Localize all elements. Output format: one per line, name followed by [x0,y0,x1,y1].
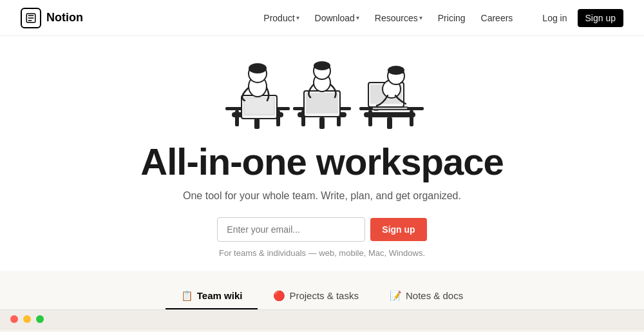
browser-content-bar: 🔴 Acme Inc Share ✓ Updates Favorite ... [0,329,644,332]
logo-link[interactable]: Notion [21,8,83,28]
browser-maximize-dot[interactable] [36,315,44,323]
svg-rect-18 [306,93,338,113]
browser-chrome-bar [0,309,644,329]
svg-point-33 [388,66,404,75]
svg-rect-25 [364,112,415,117]
team-wiki-icon: 📋 [181,290,193,302]
tab-projects-tasks-label: Projects & tasks [289,290,359,301]
hero-illustration [200,43,444,136]
nav-pricing[interactable]: Pricing [431,9,472,27]
hero-subtitle: One tool for your whole team. Write, pla… [183,190,461,202]
product-chevron-icon: ▾ [296,14,299,21]
svg-point-11 [249,63,267,73]
hero-signup-button[interactable]: Sign up [370,218,426,241]
nav-download[interactable]: Download ▾ [308,9,366,27]
tab-team-wiki[interactable]: 📋 Team wiki [166,284,258,309]
svg-rect-16 [319,117,325,129]
notes-docs-icon: 📝 [390,290,402,302]
signup-button[interactable]: Sign up [578,9,623,27]
projects-tasks-icon: 🔴 [273,290,285,302]
tabs-bar: 📋 Team wiki 🔴 Projects & tasks 📝 Notes &… [166,284,478,309]
notion-icon [21,8,41,28]
navbar: Notion Product ▾ Download ▾ Resources ▾ … [0,0,644,36]
email-input[interactable] [217,217,365,242]
hero-footnote: For teams & individuals — web, mobile, M… [219,248,425,258]
hero-title: All-in-one workspace [140,141,503,182]
login-button[interactable]: Log in [535,9,574,27]
tab-notes-docs-label: Notes & docs [406,290,463,301]
nav-resources[interactable]: Resources ▾ [368,9,429,27]
browser-close-dot[interactable] [10,315,18,323]
logo-text: Notion [46,11,83,24]
svg-point-21 [314,61,330,70]
tab-projects-tasks[interactable]: 🔴 Projects & tasks [258,284,374,309]
download-chevron-icon: ▾ [356,14,359,21]
svg-rect-8 [245,99,274,114]
svg-rect-26 [387,117,392,129]
tab-team-wiki-label: Team wiki [197,290,243,301]
nav-careers[interactable]: Careers [475,9,520,27]
resources-chevron-icon: ▾ [419,14,422,21]
nav-menu: Product ▾ Download ▾ Resources ▾ Pricing… [257,9,519,27]
nav-product[interactable]: Product ▾ [257,9,305,27]
hero-section: All-in-one workspace One tool for your w… [0,36,644,271]
tabs-section: 📋 Team wiki 🔴 Projects & tasks 📝 Notes &… [0,271,644,309]
tab-notes-docs[interactable]: 📝 Notes & docs [374,284,478,309]
auth-actions: Log in Sign up [535,9,623,27]
browser-minimize-dot[interactable] [23,315,31,323]
signup-form: Sign up [217,217,426,242]
